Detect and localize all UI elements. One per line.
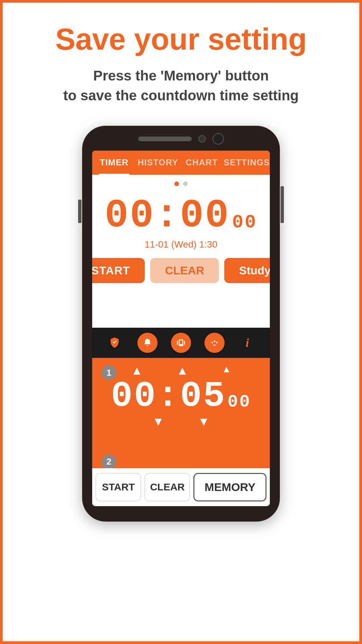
page-subtitle: Press the 'Memory' button to save the co… <box>63 66 299 106</box>
up-arrow-small[interactable]: ▲ <box>222 365 231 374</box>
vibrate-icon[interactable] <box>171 333 191 353</box>
countdown-seconds: 00 <box>228 393 251 411</box>
bell-icon[interactable] <box>137 333 158 353</box>
up-arrow-minutes[interactable]: ▲ <box>131 365 143 377</box>
info-icon[interactable]: i <box>238 334 256 352</box>
shield-icon[interactable] <box>106 334 124 352</box>
dot-inactive <box>183 181 188 186</box>
subtitle-line2: to save the countdown time setting <box>63 86 299 106</box>
page-wrapper: Save your setting Press the 'Memory' but… <box>3 3 359 641</box>
phone-top-bar <box>82 126 280 151</box>
info-icon-label: i <box>246 336 249 350</box>
main-clear-button[interactable]: CLEAR <box>150 258 219 283</box>
main-clock-time: 00:00 <box>105 196 230 236</box>
main-start-button[interactable]: START <box>92 258 145 283</box>
page-headline: Save your setting <box>55 23 307 56</box>
main-clock-seconds: 00 <box>232 213 257 232</box>
tab-history[interactable]: HISTORY <box>136 151 180 175</box>
main-study-button[interactable]: Study <box>224 258 270 283</box>
tab-settings[interactable]: SETTINGS <box>224 151 270 175</box>
countdown-clock-display: 00:05 00 <box>111 378 251 414</box>
bottom-clear-button[interactable]: CLEAR <box>144 473 190 501</box>
up-arrows-row: ▲ ▲ ▲ <box>131 365 231 377</box>
subtitle-line1: Press the 'Memory' button <box>63 66 299 86</box>
countdown-time: 00:05 <box>111 378 226 414</box>
tab-timer[interactable]: TIMER <box>92 151 136 175</box>
up-arrow-seconds[interactable]: ▲ <box>176 365 188 377</box>
down-arrow-minutes[interactable]: ▼ <box>152 416 164 428</box>
down-arrows-row: ▼ ▼ <box>152 416 209 428</box>
countdown-section: 1 ▲ ▲ ▲ 00:05 00 <box>92 358 270 506</box>
phone-shell: TIMER HISTORY CHART SETTINGS 00:00 00 11… <box>82 126 280 522</box>
bottom-btn-bar: START CLEAR MEMORY <box>92 468 270 506</box>
slot-badge-2: 2 <box>102 454 116 469</box>
main-clock-display: 00:00 00 <box>105 196 257 236</box>
svg-rect-1 <box>180 340 182 344</box>
tab-bar: TIMER HISTORY CHART SETTINGS <box>92 151 270 175</box>
timer-area: 00:00 00 11-01 (Wed) 1:30 START CLEAR St… <box>92 175 270 328</box>
camera-lens <box>213 133 224 145</box>
down-arrow-seconds[interactable]: ▼ <box>198 416 210 428</box>
datetime-label: 11-01 (Wed) 1:30 <box>144 239 217 250</box>
volume-button <box>78 200 81 223</box>
main-btn-row: START CLEAR Study <box>92 258 270 283</box>
slot-badge-1: 1 <box>102 365 116 380</box>
icon-toolbar: i <box>92 328 270 358</box>
recycle-icon[interactable] <box>204 333 225 353</box>
phone-screen: TIMER HISTORY CHART SETTINGS 00:00 00 11… <box>92 151 270 506</box>
power-button <box>281 186 284 223</box>
speaker-grille <box>138 137 192 141</box>
dots-indicator <box>174 181 188 186</box>
tab-chart[interactable]: CHART <box>180 151 224 175</box>
front-camera <box>198 135 206 143</box>
bottom-start-button[interactable]: START <box>96 473 141 501</box>
dot-active <box>174 181 179 186</box>
bottom-memory-button[interactable]: MEMORY <box>193 473 266 501</box>
